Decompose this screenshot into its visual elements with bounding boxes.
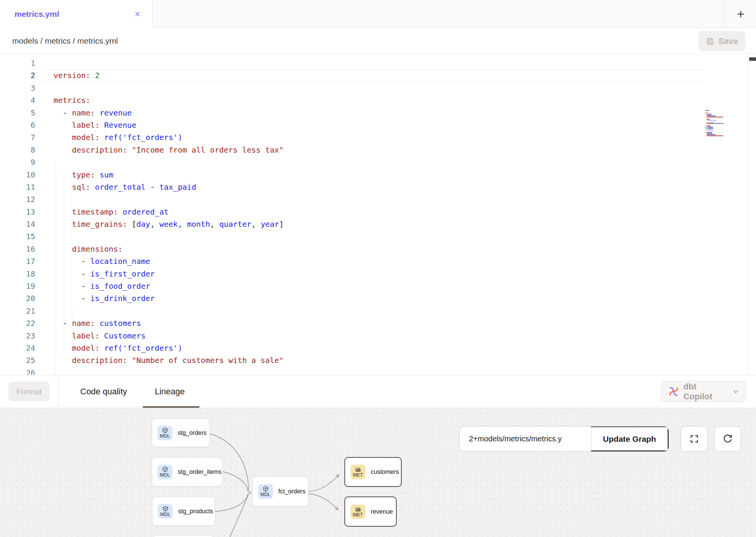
dbt-ide-window: metrics.yml ✕ + models / metrics / metri… [0,0,756,537]
line-number: 22 [0,317,35,329]
line-number: 16 [0,243,35,255]
plus-icon: + [737,7,745,21]
lineage-node-stg_products[interactable]: MDLstg_products [152,497,215,526]
code-line[interactable]: description: "Income from all orders les… [54,144,284,156]
scrollbar-thumb[interactable] [749,57,756,61]
line-number: 21 [0,305,35,317]
line-number: 2 [0,69,35,81]
code-line[interactable]: label: Revenue [54,119,284,131]
lineage-node-customers[interactable]: METcustomers [344,457,402,487]
file-header-row: models / metrics / metrics.yml Save [0,28,756,54]
update-graph-button[interactable]: Update Graph [591,426,668,451]
code-line[interactable]: model: ref('fct_orders') [54,342,284,354]
node-label: stg_orders [178,430,207,436]
code-line[interactable]: timestamp: ordered_at [54,206,284,218]
dbt-copilot-icon [668,386,679,397]
lineage-node-stg_order_items[interactable]: MDLstg_order_items [152,457,223,487]
line-number: 26 [0,367,35,375]
code-editor[interactable]: 1234567891011121314151617181920212223242… [0,54,756,375]
lineage-filter-input[interactable]: 2+models/metrics/metrics.y [460,426,591,451]
line-number: 23 [0,330,35,342]
close-icon[interactable]: ✕ [133,9,142,20]
metric-chart-icon [355,466,361,472]
chevron-down-icon [732,388,740,395]
line-number: 4 [0,94,35,106]
minimap[interactable] [705,55,746,373]
line-number: 10 [0,169,35,181]
bottom-panel-header: Format Code quality Lineage dbt Copilot [0,375,756,408]
line-number: 20 [0,292,35,304]
line-number-gutter: 1234567891011121314151617181920212223242… [0,57,35,375]
model-badge: MDL [158,504,173,519]
tab-bar: metrics.yml ✕ + [0,0,756,28]
code-line[interactable] [54,367,284,375]
code-line[interactable]: version: 2 [54,69,284,81]
new-tab-button[interactable]: + [729,0,752,28]
node-label: stg_products [178,508,213,515]
line-number: 11 [0,181,35,193]
model-cube-icon [162,506,169,512]
tab-lineage[interactable]: Lineage [155,375,185,408]
dbt-copilot-button[interactable]: dbt Copilot [661,381,746,402]
line-number: 15 [0,230,35,242]
lineage-canvas[interactable]: MDLstg_ordersMDLstg_order_itemsMDLstg_pr… [0,408,756,537]
save-label: Save [719,36,738,46]
breadcrumb: models / metrics / metrics.yml [12,28,118,54]
code-line[interactable]: - location_name [54,255,284,267]
code-line[interactable]: type: sum [54,169,284,181]
line-number: 8 [0,144,35,156]
code-line[interactable]: - is_food_order [54,280,284,292]
code-line[interactable]: metrics: [54,94,284,106]
metric-chart-icon [355,506,361,512]
fullscreen-button[interactable] [681,426,708,452]
model-cube-icon [263,486,269,492]
format-button[interactable]: Format [8,382,50,401]
tabbar-divider [724,0,724,28]
refresh-icon [723,434,733,444]
code-line[interactable] [54,193,284,205]
code-line[interactable]: - name: customers [54,317,284,329]
panel-divider [58,375,58,408]
line-number: 5 [0,107,35,119]
code-line[interactable] [54,57,284,69]
lineage-node-fct_orders[interactable]: MDLfct_orders [252,477,308,506]
model-cube-icon [162,427,168,433]
code-line[interactable]: - is_drink_order [54,292,284,304]
save-button[interactable]: Save [698,31,745,51]
code-line[interactable]: model: ref('fct_orders') [54,131,284,143]
dbt-copilot-label: dbt Copilot [683,382,727,402]
line-number: 9 [0,156,35,168]
lineage-node-stg_orders[interactable]: MDLstg_orders [152,418,210,447]
code-line[interactable]: - name: revenue [54,107,284,119]
code-line[interactable] [54,156,284,168]
node-label: customers [371,469,399,475]
node-label: stg_order_items [178,469,222,475]
fullscreen-icon [689,434,699,444]
code-line[interactable]: dimensions: [54,243,284,255]
refresh-button[interactable] [714,426,741,452]
model-cube-icon [162,466,168,472]
code-line[interactable] [54,230,284,242]
line-number: 14 [0,218,35,230]
lineage-node-revenue[interactable]: METrevenue [344,496,397,527]
code-line[interactable]: sql: order_total - tax_paid [54,181,284,193]
code-line[interactable] [54,305,284,317]
lineage-filter-bar: 2+models/metrics/metrics.y Update Graph [459,426,669,452]
code-line[interactable]: label: Customers [54,330,284,342]
line-number: 18 [0,268,35,280]
line-number: 1 [0,57,35,69]
tab-code-quality[interactable]: Code quality [80,375,127,408]
line-number: 24 [0,342,35,354]
model-badge: MDL [157,465,172,479]
line-number: 19 [0,280,35,292]
node-label: revenue [371,508,393,515]
code-lines[interactable]: version: 2 metrics: - name: revenue labe… [54,57,284,375]
code-line[interactable]: - is_first_order [54,268,284,280]
code-line[interactable]: description: "Number of customers with a… [54,354,284,366]
tab-title: metrics.yml [15,10,59,19]
code-line[interactable]: time_grains: [day, week, month, quarter,… [54,218,284,230]
line-number: 6 [0,119,35,131]
code-line[interactable] [54,82,284,94]
tab-metrics-yml[interactable]: metrics.yml ✕ [0,0,152,28]
model-badge: MDL [258,484,273,499]
